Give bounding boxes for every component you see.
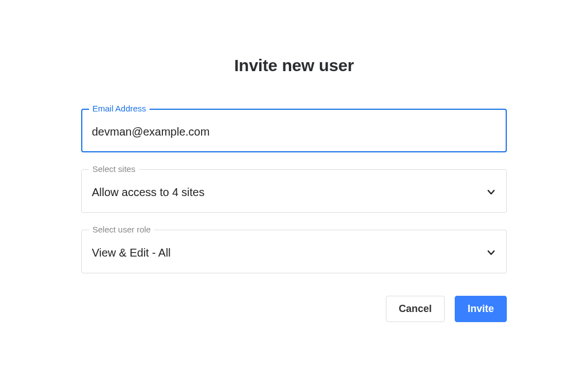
role-field-label: Select user role — [89, 224, 154, 235]
sites-field-wrapper: Select sites Allow access to 4 sites — [81, 169, 507, 213]
role-select-value: View & Edit - All — [92, 246, 171, 259]
role-field-wrapper: Select user role View & Edit - All — [81, 230, 507, 273]
dialog-title: Invite new user — [81, 56, 507, 75]
chevron-down-icon — [486, 187, 496, 197]
email-field-label: Email Address — [89, 103, 150, 114]
email-field-box[interactable] — [81, 109, 507, 152]
invite-button[interactable]: Invite — [455, 296, 507, 322]
email-field-wrapper: Email Address — [81, 109, 507, 152]
role-select[interactable]: View & Edit - All — [81, 230, 507, 273]
cancel-button[interactable]: Cancel — [386, 296, 445, 322]
invite-user-dialog: Invite new user Email Address Select sit… — [81, 56, 507, 322]
sites-select-value: Allow access to 4 sites — [92, 186, 204, 199]
dialog-actions: Cancel Invite — [81, 296, 507, 322]
sites-select[interactable]: Allow access to 4 sites — [81, 169, 507, 213]
email-input[interactable] — [92, 125, 496, 138]
chevron-down-icon — [486, 248, 496, 258]
sites-field-label: Select sites — [89, 164, 139, 175]
